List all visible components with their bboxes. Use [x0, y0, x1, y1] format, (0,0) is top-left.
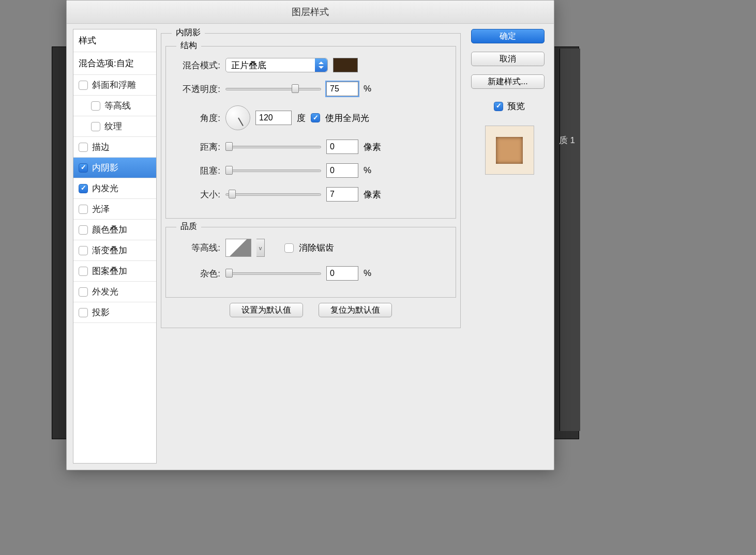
style-item-checkbox[interactable]	[79, 246, 88, 255]
blend-mode-label: 混合模式:	[171, 59, 220, 71]
style-list-item[interactable]: 投影	[73, 302, 156, 323]
style-list-item[interactable]: 等高线	[73, 96, 156, 116]
style-item-checkbox[interactable]	[79, 184, 88, 193]
size-input[interactable]	[326, 187, 358, 202]
style-list-item[interactable]: 描边	[73, 137, 156, 158]
antialiased-checkbox[interactable]	[284, 243, 294, 253]
quality-fieldset: 品质 等高线: v 消除锯齿 杂色:	[165, 227, 456, 298]
style-item-label: 外发光	[92, 286, 118, 298]
style-item-checkbox[interactable]	[91, 101, 100, 111]
set-default-button[interactable]: 设置为默认值	[230, 303, 303, 317]
style-list-item[interactable]: 斜面和浮雕	[73, 75, 156, 96]
distance-input[interactable]	[326, 140, 358, 154]
ok-button[interactable]: 确定	[471, 29, 545, 43]
contour-picker[interactable]	[225, 239, 251, 257]
style-list-item[interactable]: 渐变叠加	[73, 240, 156, 261]
size-unit: 像素	[364, 189, 386, 201]
noise-slider[interactable]	[225, 270, 321, 277]
opacity-label: 不透明度:	[171, 83, 220, 95]
layer-style-dialog: 图层样式 样式 混合选项:自定 斜面和浮雕等高线纹理描边内阴影内发光光泽颜色叠加…	[66, 0, 554, 470]
settings-panel: 内阴影 结构 混合模式: 正片叠底 不透	[157, 29, 465, 464]
style-item-checkbox[interactable]	[79, 287, 88, 297]
opacity-input[interactable]	[326, 82, 358, 96]
style-item-label: 等高线	[104, 100, 131, 112]
style-item-label: 纹理	[104, 120, 122, 132]
style-item-checkbox[interactable]	[79, 225, 88, 235]
style-item-label: 图案叠加	[92, 265, 127, 277]
style-item-checkbox[interactable]	[91, 122, 100, 131]
noise-input[interactable]	[326, 266, 358, 281]
choke-input[interactable]	[326, 163, 358, 178]
preview-thumbnail	[485, 126, 534, 175]
distance-unit: 像素	[364, 141, 386, 153]
choke-unit: %	[364, 165, 386, 176]
structure-fieldset: 结构 混合模式: 正片叠底 不透明度:	[165, 46, 456, 219]
styles-list: 样式 混合选项:自定 斜面和浮雕等高线纹理描边内阴影内发光光泽颜色叠加渐变叠加图…	[73, 29, 157, 464]
section-legend: 内阴影	[172, 27, 205, 38]
style-list-item[interactable]: 内发光	[73, 178, 156, 199]
style-item-label: 斜面和浮雕	[92, 79, 136, 91]
blending-options-item[interactable]: 混合选项:自定	[73, 52, 156, 75]
preview-inner-icon	[496, 137, 523, 164]
shadow-color-swatch[interactable]	[333, 58, 358, 72]
style-item-checkbox[interactable]	[79, 143, 88, 152]
inner-shadow-fieldset: 内阴影 结构 混合模式: 正片叠底 不透	[161, 33, 461, 328]
style-list-item[interactable]: 颜色叠加	[73, 220, 156, 240]
reset-default-button[interactable]: 复位为默认值	[319, 303, 392, 317]
style-list-item[interactable]: 纹理	[73, 116, 156, 137]
contour-dropdown-button[interactable]: v	[256, 239, 265, 257]
angle-unit: 度	[297, 112, 306, 124]
style-list-item[interactable]: 图案叠加	[73, 261, 156, 282]
opacity-unit: %	[364, 84, 386, 94]
chevron-updown-icon	[315, 58, 327, 72]
style-item-checkbox[interactable]	[79, 308, 88, 317]
contour-label: 等高线:	[171, 242, 220, 254]
style-item-checkbox[interactable]	[79, 81, 88, 90]
background-panel-text: 质 1	[559, 134, 575, 146]
opacity-slider[interactable]	[225, 85, 321, 92]
styles-list-header[interactable]: 样式	[73, 29, 156, 52]
style-item-label: 渐变叠加	[92, 244, 127, 256]
style-item-checkbox[interactable]	[79, 163, 88, 173]
preview-label: 预览	[507, 100, 525, 112]
style-list-item[interactable]: 光泽	[73, 199, 156, 220]
choke-slider[interactable]	[225, 167, 321, 174]
antialiased-label: 消除锯齿	[299, 242, 334, 254]
style-item-label: 描边	[92, 141, 110, 153]
noise-label: 杂色:	[171, 268, 220, 280]
dialog-button-column: 确定 取消 新建样式... 预览	[465, 29, 548, 464]
choke-label: 阻塞:	[171, 165, 220, 177]
angle-input[interactable]	[255, 111, 292, 125]
style-item-label: 内阴影	[92, 162, 118, 174]
app-side-panel	[560, 49, 580, 431]
style-item-label: 光泽	[92, 203, 110, 215]
distance-label: 距离:	[171, 141, 220, 153]
style-item-label: 颜色叠加	[92, 224, 127, 236]
preview-checkbox[interactable]	[494, 102, 503, 111]
global-light-checkbox[interactable]	[311, 113, 320, 122]
dialog-title: 图层样式	[67, 1, 554, 24]
blend-mode-select[interactable]: 正片叠底	[225, 58, 328, 72]
style-list-item[interactable]: 外发光	[73, 282, 156, 302]
new-style-button[interactable]: 新建样式...	[471, 74, 545, 89]
distance-slider[interactable]	[225, 143, 321, 150]
style-item-checkbox[interactable]	[79, 205, 88, 214]
angle-dial[interactable]	[225, 105, 250, 130]
style-item-label: 内发光	[92, 182, 118, 194]
cancel-button[interactable]: 取消	[471, 52, 545, 66]
noise-unit: %	[364, 268, 386, 279]
style-list-item[interactable]: 内阴影	[73, 158, 156, 178]
size-label: 大小:	[171, 189, 220, 201]
style-item-checkbox[interactable]	[79, 267, 88, 276]
quality-legend: 品质	[176, 221, 201, 232]
structure-legend: 结构	[176, 40, 201, 51]
global-light-label: 使用全局光	[325, 112, 369, 124]
style-item-label: 投影	[92, 306, 110, 318]
angle-label: 角度:	[171, 112, 220, 124]
blend-mode-value: 正片叠底	[231, 59, 266, 71]
size-slider[interactable]	[225, 191, 321, 198]
